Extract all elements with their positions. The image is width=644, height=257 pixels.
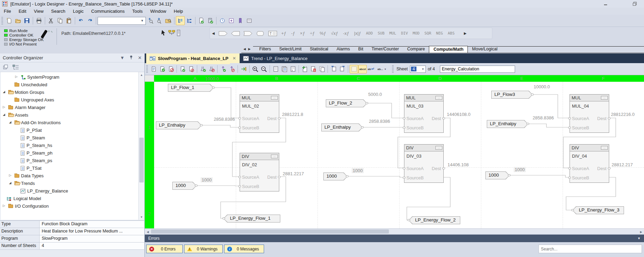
connector-pin[interactable] — [508, 174, 511, 176]
search-browse-button[interactable] — [164, 16, 173, 25]
tree-item-p-tsat[interactable]: P_TSat — [1, 165, 139, 172]
input-reference-lp-flow3[interactable]: LP_Flow3 — [491, 91, 533, 99]
canvas-horizontal-scrollbar[interactable]: ◀ ▶ — [145, 228, 644, 234]
toggle-organizer-button[interactable] — [176, 16, 185, 25]
output-reference-lp-energy-flow-2[interactable]: LP_Energy_Flow_2 — [409, 216, 460, 224]
tab-compare[interactable]: Compare — [403, 46, 429, 53]
text-display-button[interactable]: abcd — [358, 65, 367, 73]
close-icon[interactable]: ✕ — [138, 55, 142, 60]
tree-item-add-on-instructions[interactable]: ◢ Add-On Instructions — [1, 119, 139, 127]
connector-pin[interactable] — [195, 185, 198, 187]
restore-button[interactable] — [630, 1, 640, 7]
input-reference-lp-enthalpy[interactable]: LP_Enthalpy — [156, 121, 202, 129]
output-pin[interactable] — [442, 167, 445, 169]
sheet-properties-icon[interactable] — [271, 65, 280, 73]
palette-scroll-left[interactable]: ◀ — [210, 31, 217, 35]
scrollbar-thumb[interactable] — [139, 138, 144, 182]
paste-button[interactable] — [64, 16, 73, 25]
op-add[interactable]: ADD — [366, 31, 373, 36]
collapse-all-icon[interactable] — [3, 65, 9, 70]
chevron-collapsed-icon[interactable]: ▷ — [9, 174, 11, 177]
scroll-up-icon[interactable]: ▲ — [139, 72, 144, 78]
op-fadd[interactable]: +ƒ — [281, 31, 286, 36]
tree-item-logical-model[interactable]: Logical Model — [1, 195, 139, 202]
previous-sheet-icon[interactable] — [329, 65, 338, 73]
block-properties-button[interactable]: ... — [271, 96, 278, 100]
op-fmod[interactable]: %ƒ — [320, 31, 326, 36]
input-pin[interactable] — [568, 177, 571, 179]
scroll-down-icon[interactable]: ▼ — [139, 214, 144, 220]
fbd-block-div-04[interactable]: DIV... DIV_04 SourceA Dest SourceB — [570, 144, 609, 183]
network-browse-icon[interactable] — [168, 30, 175, 36]
input-pin[interactable] — [568, 117, 571, 119]
input-pin[interactable] — [238, 117, 241, 119]
input-pin[interactable] — [238, 127, 241, 129]
verify-routine-button[interactable] — [197, 16, 206, 25]
fbd-block-div-02[interactable]: DIV... DIV_02 SourceA Dest SourceB — [240, 153, 279, 191]
input-reference-lp-flow-1[interactable]: LP_Flow_1 — [168, 84, 214, 92]
connector-pin[interactable] — [365, 102, 368, 104]
zoom-out-icon[interactable] — [260, 65, 268, 73]
input-reference-lp-flow-2[interactable]: LP_Flow_2 — [326, 99, 367, 107]
chevron-expanded-icon[interactable]: ◢ — [3, 113, 5, 116]
connector-pin[interactable] — [531, 93, 534, 96]
redo-button[interactable] — [85, 16, 94, 25]
fbd-block-div-03[interactable]: DIV... DIV_03 SourceA Dest SourceB — [404, 144, 444, 183]
cross-reference-button[interactable] — [227, 16, 236, 25]
cut-button[interactable] — [47, 16, 56, 25]
messages-filter-button[interactable]: i 0 Messages — [224, 245, 264, 253]
chevron-down-icon[interactable]: ▼ — [637, 237, 641, 240]
output-pin[interactable] — [278, 117, 281, 119]
sheet-selector[interactable]: 4 ▼ — [410, 66, 426, 73]
chevron-expanded-icon[interactable]: ◢ — [9, 181, 11, 185]
input-pin[interactable] — [403, 127, 405, 129]
tab-move-logical[interactable]: Move/Logical — [468, 46, 502, 53]
palette-scroll-right[interactable]: ▶ — [462, 31, 469, 35]
tag-monitor-icon[interactable] — [177, 30, 181, 37]
tabs-scroll-left[interactable]: ◀ — [243, 47, 246, 51]
tree-item-p-psat[interactable]: P_PSat — [1, 127, 139, 134]
copy-sheet-icon[interactable] — [318, 65, 326, 73]
tree-item-ungrouped-axes[interactable]: Ungrouped Axes — [1, 96, 139, 104]
tab-alarms[interactable]: Alarms — [332, 46, 354, 53]
toolbar-grip[interactable] — [1, 17, 3, 24]
sheet-list-icon[interactable] — [280, 65, 289, 73]
new-file-button[interactable] — [4, 16, 13, 25]
bookmark-button[interactable] — [236, 16, 245, 25]
block-properties-button[interactable]: ... — [601, 96, 608, 100]
tree-item-data-types[interactable]: ▷ Data Types — [1, 172, 139, 180]
chevron-collapsed-icon[interactable]: ▷ — [3, 204, 5, 207]
verify-controller-button[interactable] — [206, 16, 215, 25]
grid-toggle-icon[interactable] — [350, 65, 358, 73]
input-reference-constant[interactable]: 1000 — [485, 171, 510, 179]
output-reference-lp-energy-flow-1[interactable]: LP_Energy_Flow_1 — [223, 215, 280, 223]
op-fsqrt[interactable]: √xƒ — [331, 31, 338, 36]
input-pin[interactable] — [238, 185, 241, 187]
connector-pin[interactable] — [222, 217, 225, 219]
fbd-block-mul-03[interactable]: MUL... MUL_03 SourceA Dest SourceB — [404, 94, 444, 133]
print-button[interactable] — [34, 16, 43, 25]
fbd-canvas[interactable]: A B C D E F 1 2 LP_Flow_1 1000.0 LP_Enth… — [145, 75, 644, 228]
chevron-down-icon[interactable]: ▼ — [140, 18, 145, 24]
op-fabs[interactable]: |x|ƒ — [354, 31, 361, 36]
menu-tools[interactable]: Tools — [128, 8, 146, 14]
connector-pin[interactable] — [526, 123, 529, 125]
copy-button[interactable] — [56, 16, 64, 25]
connector-pin[interactable] — [571, 209, 574, 211]
search-next-button[interactable] — [155, 16, 164, 25]
sheet-name-input[interactable] — [440, 66, 515, 73]
search-previous-button[interactable] — [146, 16, 155, 25]
word-wrap-button[interactable]: ab — [367, 65, 375, 73]
menu-logic[interactable]: Logic — [69, 8, 88, 14]
pin-icon[interactable] — [129, 55, 133, 61]
tree-item-alarm-manager[interactable]: ▷ Alarm Manager — [1, 104, 139, 111]
tree-item-p-steam-ph[interactable]: P_Steam_ph — [1, 149, 139, 157]
tree-item-unscheduled[interactable]: Unscheduled — [1, 81, 139, 89]
input-reference-tool-icon[interactable] — [219, 31, 228, 36]
errors-filter-button[interactable]: ✕ 0 Errors — [146, 245, 183, 253]
tab-fbd-routine[interactable]: SlowProgram - Heat_Balance_LP ✕ — [146, 53, 240, 63]
block-properties-button[interactable]: ... — [435, 96, 442, 100]
tab-bit[interactable]: Bit — [354, 46, 368, 53]
test-edits-cancel-icon[interactable] — [207, 65, 216, 73]
minimize-button[interactable] — [601, 1, 611, 7]
